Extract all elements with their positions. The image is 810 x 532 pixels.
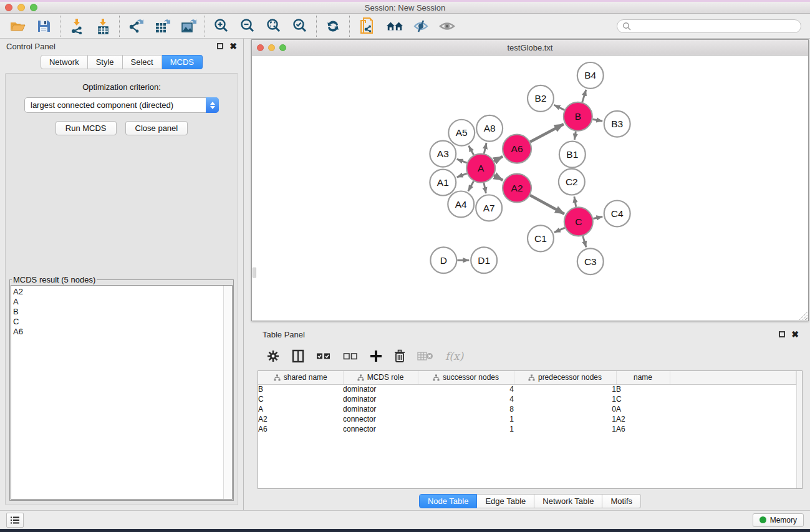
graph-node-A4[interactable]: A4 <box>448 191 474 218</box>
zoom-window-button[interactable] <box>30 4 37 11</box>
table-row[interactable]: Adominator80A <box>258 404 796 414</box>
close-window-button[interactable] <box>5 4 12 11</box>
memory-button[interactable]: Memory <box>753 513 804 527</box>
graph-node-A1[interactable]: A1 <box>430 170 456 196</box>
graph-edge[interactable] <box>530 195 564 214</box>
minimize-window-button[interactable] <box>17 4 25 11</box>
graph-edge[interactable] <box>583 236 586 247</box>
graph-edge[interactable] <box>593 216 602 218</box>
graph-edge[interactable] <box>484 183 486 193</box>
function-builder-button[interactable]: f(x) <box>445 347 463 365</box>
tab-network[interactable]: Network <box>41 55 88 69</box>
graph-edge[interactable] <box>530 124 564 142</box>
export-table-button[interactable] <box>153 17 171 35</box>
task-history-button[interactable] <box>6 513 24 528</box>
tab-node-table[interactable]: Node Table <box>419 494 478 508</box>
graph-edge[interactable] <box>469 146 474 155</box>
graph-edge[interactable] <box>554 228 565 233</box>
graph-node-A7[interactable]: A7 <box>476 195 502 221</box>
graph-edge[interactable] <box>574 196 576 207</box>
table-settings-button[interactable] <box>266 347 280 365</box>
graph-edge[interactable] <box>582 90 586 102</box>
graph-node-B2[interactable]: B2 <box>528 85 554 112</box>
close-table-panel-icon[interactable]: ✖ <box>791 331 799 337</box>
tab-network-table[interactable]: Network Table <box>534 494 602 508</box>
import-table-button[interactable] <box>94 17 112 35</box>
mcds-result-list[interactable]: A2ABCA6 <box>11 285 233 500</box>
network-zoom-button[interactable] <box>279 44 286 51</box>
graph-edge[interactable] <box>468 181 474 191</box>
save-session-button[interactable] <box>35 17 52 35</box>
graph-edge[interactable] <box>592 119 602 121</box>
graph-edge[interactable] <box>574 131 576 139</box>
run-mcds-button[interactable]: Run MCDS <box>55 121 117 135</box>
float-table-panel-icon[interactable] <box>779 331 785 337</box>
delete-table-button[interactable] <box>417 347 433 365</box>
float-panel-icon[interactable] <box>217 43 223 49</box>
graph-node-C3[interactable]: C3 <box>577 248 604 274</box>
graph-node-C1[interactable]: C1 <box>528 225 554 251</box>
search-field[interactable] <box>617 19 801 33</box>
tab-motifs[interactable]: Motifs <box>602 494 641 508</box>
graph-node-A[interactable]: A <box>466 154 495 183</box>
select-all-button[interactable] <box>316 347 331 365</box>
graph-edge[interactable] <box>457 173 467 177</box>
resize-grip[interactable] <box>799 312 808 320</box>
window-controls[interactable] <box>5 4 37 11</box>
split-columns-button[interactable] <box>292 347 304 365</box>
network-graph[interactable]: AA1A2A3A4A5A6A7A8BB1B2B3B4CC1C2C3C4DD1 <box>252 56 808 321</box>
add-column-button[interactable] <box>370 347 382 365</box>
graph-node-B4[interactable]: B4 <box>577 62 604 89</box>
show-elements-button[interactable] <box>438 17 456 35</box>
zoom-out-button[interactable] <box>239 17 256 35</box>
tab-edge-table[interactable]: Edge Table <box>477 494 534 508</box>
refresh-layout-button[interactable] <box>324 17 342 35</box>
table-row[interactable]: A6connector11A6 <box>258 424 796 434</box>
graph-node-A2[interactable]: A2 <box>503 174 531 203</box>
optimization-criterion-select[interactable]: largest connected component (directed) <box>24 97 219 113</box>
table-row[interactable]: A2connector11A2 <box>258 414 796 424</box>
graph-node-D[interactable]: D <box>430 247 456 273</box>
zoom-in-button[interactable] <box>213 17 230 35</box>
network-window-controls[interactable] <box>257 44 286 51</box>
table-row[interactable]: Cdominator41C <box>258 394 796 404</box>
graph-node-A8[interactable]: A8 <box>476 115 503 142</box>
delete-column-button[interactable] <box>394 347 405 365</box>
close-panel-icon[interactable]: ✖ <box>229 43 237 49</box>
graph-node-A6[interactable]: A6 <box>503 135 531 163</box>
table-row[interactable]: Bdominator41B <box>258 384 796 394</box>
graph-node-B[interactable]: B <box>564 102 592 131</box>
result-item[interactable]: B <box>13 307 232 317</box>
table-scrollbar[interactable] <box>796 371 802 488</box>
tab-style[interactable]: Style <box>88 55 123 69</box>
graph-node-C[interactable]: C <box>564 207 593 236</box>
graph-edge[interactable] <box>494 157 503 161</box>
open-file-button[interactable] <box>9 17 26 35</box>
graph-node-B3[interactable]: B3 <box>604 111 630 137</box>
graph-node-C2[interactable]: C2 <box>559 169 585 195</box>
hide-elements-button[interactable] <box>412 17 430 35</box>
column-header-shared-name[interactable]: shared name <box>258 371 343 384</box>
graph-node-C4[interactable]: C4 <box>604 200 630 226</box>
search-input[interactable] <box>634 22 796 31</box>
graph-node-A3[interactable]: A3 <box>430 141 456 167</box>
graph-edge[interactable] <box>494 175 503 180</box>
result-item[interactable]: A6 <box>13 327 232 337</box>
clone-network-button[interactable] <box>357 17 375 35</box>
network-window-titlebar[interactable]: testGlobe.txt <box>252 40 808 56</box>
zoom-selected-button[interactable] <box>291 17 309 35</box>
column-header-successor-nodes[interactable]: successor nodes <box>418 371 514 384</box>
network-canvas[interactable]: AA1A2A3A4A5A6A7A8BB1B2B3B4CC1C2C3C4DD1 <box>252 56 808 321</box>
close-panel-button[interactable]: Close panel <box>125 121 188 135</box>
column-header-predecessor-nodes[interactable]: predecessor nodes <box>514 371 616 384</box>
home-button[interactable] <box>386 17 403 35</box>
export-image-button[interactable] <box>180 17 197 35</box>
network-close-button[interactable] <box>257 44 264 51</box>
graph-edge[interactable] <box>457 159 467 163</box>
deselect-all-button[interactable] <box>343 347 358 365</box>
graph-node-D1[interactable]: D1 <box>471 247 497 273</box>
network-minimize-button[interactable] <box>268 44 275 51</box>
result-item[interactable]: A2 <box>13 287 232 297</box>
result-item[interactable]: A <box>13 297 232 307</box>
network-vscrollbar[interactable] <box>253 268 256 278</box>
